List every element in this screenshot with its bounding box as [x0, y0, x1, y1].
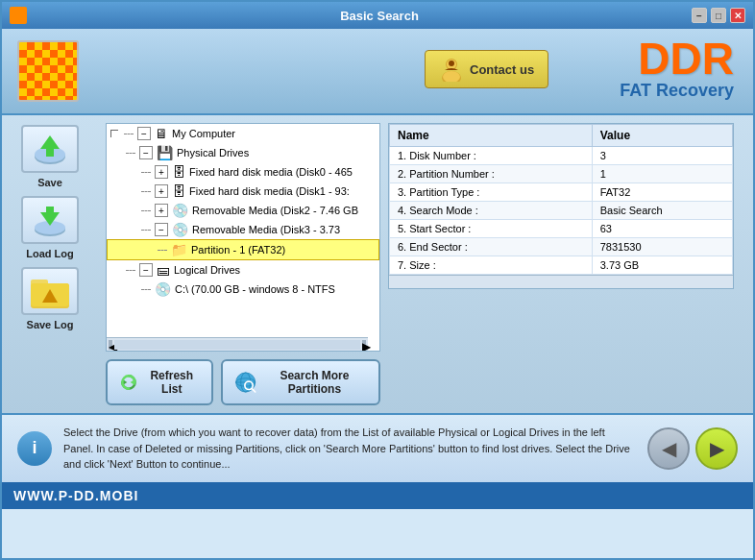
svg-rect-12 [46, 207, 54, 214]
computer-icon: 🖥 [155, 126, 168, 141]
prop-value-2: 1 [592, 165, 732, 183]
prop-value-3: FAT32 [592, 183, 732, 202]
app-logo [17, 40, 79, 102]
prop-name-3: 3. Partition Type : [390, 183, 593, 202]
center-panel: − 🖥 My Computer − 💾 Physical Drives [98, 115, 388, 413]
prop-value-1: 3 [592, 147, 732, 165]
tree-logical-drives[interactable]: − 🖴 Logical Drives [107, 260, 379, 280]
expand-drive4[interactable]: − [155, 223, 168, 236]
expand-drive2[interactable]: + [155, 184, 168, 198]
expand-drive3[interactable]: + [155, 204, 168, 217]
search-more-icon [234, 369, 256, 396]
save-log-icon-container [21, 267, 79, 315]
info-text: Select the Drive (from which you want to… [63, 425, 636, 473]
save-log-icon [27, 270, 73, 312]
prop-name-5: 5. Start Sector : [390, 220, 593, 238]
prop-row-7: 7. Size :3.73 GB [390, 256, 733, 275]
person-icon [439, 57, 464, 82]
prop-value-6: 7831530 [592, 238, 732, 256]
save-button[interactable]: Save [12, 125, 88, 188]
main-content: Save Load Log [2, 115, 753, 413]
window-title: Basic Search [67, 9, 692, 23]
expand-root[interactable]: − [137, 127, 151, 140]
removable1-icon: 💿 [172, 203, 188, 218]
back-button[interactable]: ◀ [647, 427, 690, 470]
tree-drive1[interactable]: + 🗄 Fixed hard disk media (Disk0 - 465 [107, 162, 379, 182]
minimize-button[interactable]: − [692, 8, 707, 23]
tree-partition[interactable]: 📁 Partition - 1 (FAT32) [107, 239, 379, 260]
refresh-icon [119, 371, 138, 394]
prop-value-4: Basic Search [592, 202, 732, 220]
tree-hscrollbar[interactable]: ◀ ▶ [107, 337, 368, 351]
tree-physical-drives[interactable]: − 💾 Physical Drives [107, 143, 379, 162]
prop-name-6: 6. End Sector : [390, 238, 593, 256]
properties-hscrollbar[interactable] [389, 275, 733, 288]
prop-row-6: 6. End Sector :7831530 [390, 238, 733, 256]
hdd2-icon: 🗄 [172, 183, 185, 199]
contact-us-button[interactable]: Contact us [425, 50, 548, 88]
properties-panel: Name Value 1. Disk Number :32. Partition… [388, 123, 734, 289]
svg-line-24 [252, 389, 255, 392]
prop-row-1: 1. Disk Number :3 [390, 147, 733, 165]
footer-url: WWW.P-DD.MOBI [13, 488, 138, 503]
titlebar: Basic Search − □ ✕ [2, 2, 753, 29]
save-log-button[interactable]: Save Log [12, 267, 88, 330]
svg-rect-8 [46, 149, 54, 157]
maximize-button[interactable]: □ [711, 8, 726, 23]
prop-row-3: 3. Partition Type :FAT32 [390, 183, 733, 202]
expand-drive1[interactable]: + [155, 165, 168, 179]
info-icon: i [17, 431, 52, 466]
prop-name-7: 7. Size : [390, 256, 593, 275]
svg-marker-18 [131, 379, 135, 386]
ddr-logo: DDR FAT Recovery [620, 37, 734, 101]
hdd-icon: 🗄 [172, 164, 185, 180]
tree-scroll[interactable]: − 🖥 My Computer − 💾 Physical Drives [107, 124, 379, 351]
svg-marker-7 [40, 135, 60, 149]
tree-c-drive[interactable]: 💿 C:\ (70.00 GB - windows 8 - NTFS [107, 280, 379, 299]
expand-physical[interactable]: − [139, 146, 153, 159]
drives-icon: 💾 [157, 145, 173, 160]
right-area: Name Value 1. Disk Number :32. Partition… [388, 115, 753, 413]
save-icon-container [21, 125, 79, 173]
prop-value-5: 63 [592, 220, 732, 238]
prop-row-4: 4. Search Mode :Basic Search [390, 202, 733, 220]
search-more-button[interactable]: Search More Partitions [221, 359, 380, 405]
load-log-icon-container [21, 196, 79, 244]
c-drive-icon: 💿 [155, 281, 171, 297]
prop-row-2: 2. Partition Number :1 [390, 165, 733, 183]
action-buttons: Refresh List Search More Partitions [106, 359, 380, 405]
load-log-button[interactable]: Load Log [12, 196, 88, 259]
tree-drive2[interactable]: + 🗄 Fixed hard disk media (Disk1 - 93: [107, 182, 379, 201]
scroll-left-btn[interactable]: ◀ [109, 340, 112, 350]
prop-row-5: 5. Start Sector :63 [390, 220, 733, 238]
prop-value-7: 3.73 GB [592, 256, 732, 275]
logical-drives-icon: 🖴 [157, 262, 170, 278]
load-log-icon [27, 199, 73, 241]
bottom-nav: ◀ ▶ [647, 427, 738, 470]
properties-table: Name Value 1. Disk Number :32. Partition… [389, 124, 733, 275]
prop-name-4: 4. Search Mode : [390, 202, 593, 220]
close-button[interactable]: ✕ [730, 8, 745, 23]
tree-drive4[interactable]: − 💿 Removable Media (Disk3 - 3.73 [107, 220, 379, 239]
tree-root[interactable]: − 🖥 My Computer [107, 124, 379, 143]
partition-icon: 📁 [171, 242, 187, 257]
expand-logical[interactable]: − [139, 263, 153, 277]
window-controls: − □ ✕ [692, 8, 745, 23]
scroll-right-btn[interactable]: ▶ [362, 340, 366, 350]
value-column-header: Value [592, 125, 732, 147]
tree-panel: − 🖥 My Computer − 💾 Physical Drives [106, 123, 380, 352]
footer: WWW.P-DD.MOBI [2, 482, 753, 509]
prop-name-1: 1. Disk Number : [390, 147, 593, 165]
info-bar: i Select the Drive (from which you want … [2, 413, 753, 482]
prop-name-2: 2. Partition Number : [390, 165, 593, 183]
next-button[interactable]: ▶ [695, 427, 738, 470]
sidebar: Save Load Log [2, 115, 98, 413]
save-icon [27, 128, 73, 170]
svg-point-4 [449, 61, 454, 66]
refresh-list-button[interactable]: Refresh List [106, 359, 213, 405]
removable2-icon: 💿 [172, 222, 188, 237]
name-column-header: Name [390, 125, 593, 147]
tree-drive3[interactable]: + 💿 Removable Media (Disk2 - 7.46 GB [107, 201, 379, 220]
header: Contact us DDR FAT Recovery [2, 29, 753, 115]
